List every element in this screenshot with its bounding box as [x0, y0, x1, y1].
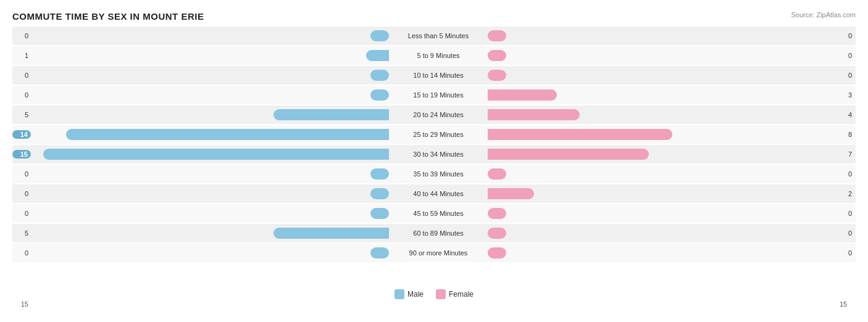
female-value: 0 [846, 229, 864, 237]
male-value: 15 [12, 150, 31, 159]
male-bar-area [31, 50, 389, 61]
legend-male: Male [394, 289, 424, 299]
male-value: 0 [12, 72, 31, 79]
row-label: 60 to 89 Minutes [389, 229, 488, 237]
legend: Male Female [12, 289, 856, 299]
chart-title: COMMUTE TIME BY SEX IN MOUNT ERIE [12, 11, 856, 22]
female-value: 8 [846, 131, 864, 138]
male-value: 0 [12, 32, 31, 39]
female-bar-area [488, 109, 846, 120]
female-bar [488, 149, 649, 160]
legend-male-label: Male [407, 290, 424, 299]
female-bar-area [488, 30, 846, 41]
female-bar-area [488, 70, 846, 81]
female-value: 0 [846, 72, 864, 79]
male-bar-area [31, 208, 389, 219]
male-bar-area [31, 89, 389, 101]
row-label: 20 to 24 Minutes [389, 111, 488, 118]
female-value: 0 [846, 249, 864, 257]
male-bar [66, 129, 389, 140]
male-value: 5 [12, 229, 31, 237]
female-bar-area [488, 168, 846, 180]
female-bar-stub [488, 168, 506, 180]
legend-female-label: Female [449, 290, 474, 299]
female-bar-stub [488, 70, 506, 81]
male-value: 0 [12, 249, 31, 257]
row-label: 40 to 44 Minutes [389, 190, 488, 197]
male-bar [366, 50, 389, 61]
female-bar-stub [488, 228, 506, 239]
chart-area: 0Less than 5 Minutes015 to 9 Minutes0010… [12, 27, 856, 286]
female-value: 2 [846, 190, 864, 197]
female-bar-area [488, 89, 846, 101]
row-label: Less than 5 Minutes [389, 32, 488, 39]
chart-row: 040 to 44 Minutes2 [12, 184, 856, 203]
female-value: 0 [846, 170, 864, 178]
row-label: 10 to 14 Minutes [389, 72, 488, 79]
female-bar [488, 129, 672, 140]
legend-male-box [394, 289, 404, 299]
female-bar-stub [488, 208, 506, 219]
male-bar-area [31, 109, 389, 120]
chart-row: 035 to 39 Minutes0 [12, 165, 856, 183]
male-bar-area [31, 70, 389, 81]
female-bar-area [488, 149, 846, 160]
chart-row: 045 to 59 Minutes0 [12, 204, 856, 223]
male-bar [273, 228, 389, 239]
row-label: 5 to 9 Minutes [389, 52, 488, 59]
male-value: 0 [12, 91, 31, 99]
male-value: 1 [12, 52, 31, 59]
female-value: 3 [846, 91, 864, 99]
source-label: Source: ZipAtlas.com [791, 11, 856, 19]
female-bar-stub [488, 30, 506, 41]
chart-container: COMMUTE TIME BY SEX IN MOUNT ERIE Source… [0, 0, 868, 322]
male-bar [43, 149, 389, 160]
male-bar-area [31, 247, 389, 258]
male-bar-area [31, 30, 389, 41]
chart-row: 010 to 14 Minutes0 [12, 66, 856, 85]
row-label: 90 or more Minutes [389, 249, 488, 257]
chart-row: 15 to 9 Minutes0 [12, 46, 856, 65]
axis-bottom-right: 15 [837, 300, 856, 308]
female-bar-stub [488, 50, 506, 61]
row-label: 35 to 39 Minutes [389, 170, 488, 178]
female-value: 4 [846, 111, 864, 118]
female-value: 0 [846, 210, 864, 217]
axis-bottom-left: 15 [12, 300, 31, 308]
male-bar [273, 109, 389, 120]
female-bar-area [488, 129, 846, 140]
male-bar-stub [370, 70, 389, 81]
chart-row: 1530 to 34 Minutes7 [12, 145, 856, 163]
chart-row: 1425 to 29 Minutes8 [12, 125, 856, 144]
male-value: 14 [12, 130, 31, 139]
male-bar-stub [370, 247, 389, 258]
row-label: 30 to 34 Minutes [389, 151, 488, 158]
male-bar-area [31, 188, 389, 199]
male-value: 0 [12, 170, 31, 178]
female-bar-area [488, 188, 846, 199]
male-bar-area [31, 149, 389, 160]
male-bar-area [31, 228, 389, 239]
female-bar-area [488, 228, 846, 239]
chart-row: 0Less than 5 Minutes0 [12, 27, 856, 45]
female-value: 0 [846, 32, 864, 39]
legend-female: Female [436, 289, 474, 299]
female-value: 7 [846, 151, 864, 158]
female-value: 0 [846, 52, 864, 59]
female-bar [488, 188, 534, 199]
female-bar-area [488, 208, 846, 219]
female-bar [488, 109, 580, 120]
male-bar-area [31, 129, 389, 140]
female-bar-stub [488, 247, 506, 258]
male-bar-stub [370, 30, 389, 41]
chart-row: 015 to 19 Minutes3 [12, 86, 856, 104]
legend-female-box [436, 289, 446, 299]
chart-row: 520 to 24 Minutes4 [12, 105, 856, 124]
female-bar-area [488, 50, 846, 61]
male-value: 0 [12, 210, 31, 217]
female-bar [488, 89, 557, 101]
male-bar-area [31, 168, 389, 180]
female-bar-area [488, 247, 846, 258]
male-value: 0 [12, 190, 31, 197]
male-bar-stub [370, 208, 389, 219]
